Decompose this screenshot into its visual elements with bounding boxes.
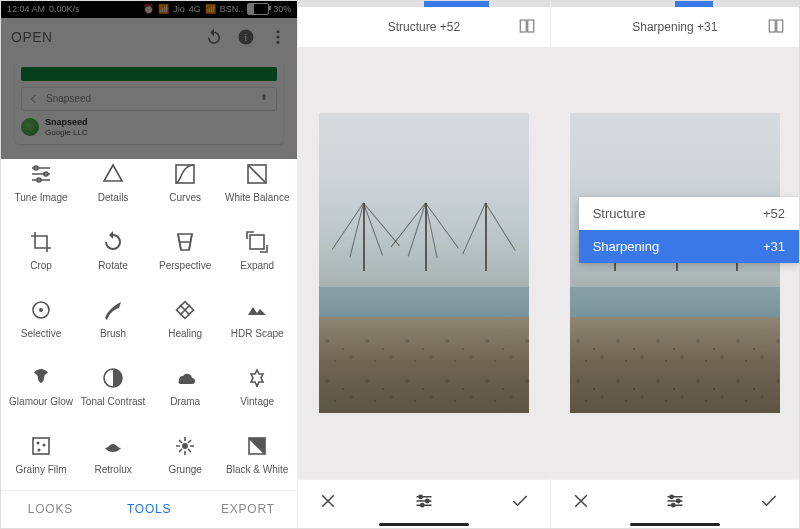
tool-label: Crop — [30, 260, 52, 271]
brush-icon — [101, 298, 125, 322]
menu-row-structure[interactable]: Structure+52 — [579, 197, 799, 230]
play-app-name: Snapseed — [45, 117, 88, 127]
tool-label: Drama — [170, 396, 200, 407]
playstore-card: Snapseed Snapseed Google LLC — [15, 61, 283, 144]
svg-point-20 — [182, 443, 188, 449]
vintage-icon — [245, 366, 269, 390]
check-icon[interactable] — [510, 491, 530, 511]
tool-perspective[interactable]: Perspective — [149, 218, 221, 284]
undo-icon[interactable] — [205, 28, 223, 46]
menu-row-val: +52 — [763, 206, 785, 221]
bw-icon — [245, 434, 269, 458]
selective-icon — [29, 298, 53, 322]
svg-rect-10 — [250, 235, 264, 249]
tool-details[interactable]: Details — [77, 150, 149, 216]
play-header — [21, 67, 277, 81]
grunge-icon — [173, 434, 197, 458]
perspective-icon — [173, 230, 197, 254]
tool-crop[interactable]: Crop — [5, 218, 77, 284]
tab-tools[interactable]: TOOLS — [100, 491, 199, 528]
mic-icon — [258, 93, 270, 105]
tool-wb[interactable]: White Balance — [221, 150, 293, 216]
edit-value: +52 — [440, 20, 460, 34]
glow-icon — [29, 366, 53, 390]
tool-retro[interactable]: Retrolux — [77, 422, 149, 488]
tool-label: Rotate — [98, 260, 127, 271]
edit-bottom-bar — [551, 479, 799, 522]
tool-curves[interactable]: Curves — [149, 150, 221, 216]
tool-bw[interactable]: Black & White — [221, 422, 293, 488]
phone-tools: 12:04 AM 0.00K/s ⏰ 📶 Jio 4G 📶 BSN.. 30% … — [1, 1, 298, 528]
tool-rotate[interactable]: Rotate — [77, 218, 149, 284]
compare-icon[interactable] — [518, 17, 536, 35]
details-icon — [101, 162, 125, 186]
tool-grunge[interactable]: Grunge — [149, 422, 221, 488]
edit-value: +31 — [697, 20, 717, 34]
tool-vintage[interactable]: Vintage — [221, 354, 293, 420]
home-indicator — [298, 522, 549, 528]
retro-icon — [101, 434, 125, 458]
signal-icon-2: 📶 — [205, 4, 216, 14]
canvas[interactable] — [298, 47, 549, 479]
tool-tune[interactable]: Tune Image — [5, 150, 77, 216]
healing-icon — [173, 298, 197, 322]
info-icon[interactable]: i — [237, 28, 255, 46]
hdr-icon — [245, 298, 269, 322]
play-app-dev: Google LLC — [45, 128, 88, 137]
check-icon[interactable] — [759, 491, 779, 511]
menu-row-sharpening[interactable]: Sharpening+31 — [579, 230, 799, 263]
grainy-icon — [29, 434, 53, 458]
canvas[interactable]: Structure+52Sharpening+31 — [551, 47, 799, 479]
status-net2: BSN.. — [220, 4, 244, 14]
svg-point-4 — [277, 41, 280, 44]
tool-brush[interactable]: Brush — [77, 286, 149, 352]
svg-point-30 — [676, 499, 679, 502]
tool-drama[interactable]: Drama — [149, 354, 221, 420]
open-button[interactable]: OPEN — [11, 29, 53, 45]
play-app-meta: Snapseed Google LLC — [45, 117, 88, 138]
status-bar: 12:04 AM 0.00K/s ⏰ 📶 Jio 4G 📶 BSN.. 30% — [1, 1, 297, 18]
svg-point-15 — [256, 385, 258, 387]
tool-selective[interactable]: Selective — [5, 286, 77, 352]
adjust-icon[interactable] — [414, 491, 434, 511]
close-icon[interactable] — [318, 491, 338, 511]
svg-point-18 — [43, 444, 46, 447]
wb-icon — [245, 162, 269, 186]
compare-icon[interactable] — [767, 17, 785, 35]
signal-icon: 📶 — [158, 4, 169, 14]
more-icon[interactable] — [269, 28, 287, 46]
tool-glow[interactable]: Glamour Glow — [5, 354, 77, 420]
photo — [319, 113, 529, 413]
play-app-item[interactable]: Snapseed Google LLC — [21, 117, 277, 138]
svg-point-24 — [419, 495, 422, 498]
svg-point-3 — [277, 36, 280, 39]
tool-grainy[interactable]: Grainy Film — [5, 422, 77, 488]
crop-icon — [29, 230, 53, 254]
tab-export[interactable]: EXPORT — [199, 491, 298, 528]
tab-looks[interactable]: LOOKS — [1, 491, 100, 528]
tool-label: Healing — [168, 328, 202, 339]
snapseed-app-icon — [21, 118, 39, 136]
tool-healing[interactable]: Healing — [149, 286, 221, 352]
tool-label: Details — [98, 192, 129, 203]
close-icon[interactable] — [571, 491, 591, 511]
tool-tonal[interactable]: Tonal Contrast — [77, 354, 149, 420]
home-indicator — [551, 522, 799, 528]
status-speed: 0.00K/s — [49, 4, 80, 14]
tool-label: Grunge — [168, 464, 201, 475]
phone-sharpening: Sharpening +31 Structure+52Sharpening+31 — [551, 1, 799, 528]
edit-param: Structure — [388, 20, 437, 34]
svg-point-2 — [277, 31, 280, 34]
edit-header: Structure +52 — [298, 7, 549, 47]
adjust-icon[interactable] — [665, 491, 685, 511]
svg-rect-22 — [520, 20, 526, 32]
tool-expand[interactable]: Expand — [221, 218, 293, 284]
status-battery: 30% — [273, 4, 291, 14]
svg-point-25 — [426, 499, 429, 502]
tool-label: Selective — [21, 328, 62, 339]
phone-structure: Structure +52 — [298, 1, 550, 528]
tool-hdr[interactable]: HDR Scape — [221, 286, 293, 352]
play-search[interactable]: Snapseed — [21, 87, 277, 111]
app-bar: OPEN i — [1, 18, 297, 57]
tool-label: Brush — [100, 328, 126, 339]
